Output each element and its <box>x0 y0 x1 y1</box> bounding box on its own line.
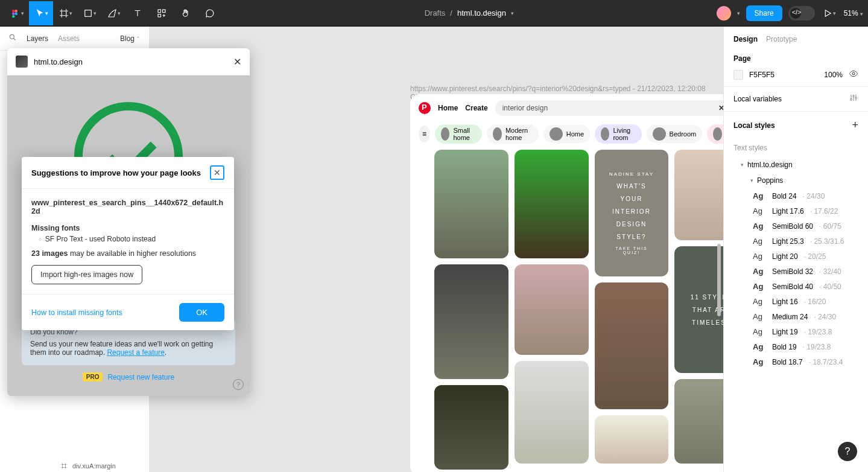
text-style-row[interactable]: AgBold 18.7 · 18.7/23.4 <box>724 354 868 369</box>
ag-preview: Ag <box>753 237 766 246</box>
style-name: SemiBold 60 <box>772 222 813 231</box>
dev-mode-toggle[interactable]: </> <box>788 6 815 21</box>
text-style-row[interactable]: AgBold 24 · 24/30 <box>724 188 868 203</box>
tab-layers[interactable]: Layers <box>27 34 48 43</box>
text-style-row[interactable]: AgLight 17.6 · 17.6/22 <box>724 203 868 218</box>
text-tool[interactable] <box>125 1 150 25</box>
style-name: SemiBold 32 <box>772 267 813 276</box>
move-tool[interactable]: ▾ <box>29 1 53 25</box>
help-icon[interactable]: ? <box>233 379 244 390</box>
text-style-row[interactable]: AgMedium 24 · 24/30 <box>724 309 868 324</box>
color-swatch[interactable] <box>733 70 743 80</box>
tab-blog[interactable]: Blog ⌃ <box>120 34 141 43</box>
visibility-icon[interactable] <box>849 69 858 80</box>
style-name: Bold 24 <box>772 192 797 200</box>
ok-button[interactable]: OK <box>179 303 224 322</box>
chevron-down-icon: ▾ <box>511 10 514 16</box>
add-style-button[interactable]: + <box>852 119 858 132</box>
search-icon[interactable] <box>8 33 17 43</box>
plugin-title: html.to.design <box>34 57 227 66</box>
pin-card <box>595 282 669 409</box>
style-dim: · 24/30 <box>814 313 836 321</box>
request-new-feature-link[interactable]: Request new feature <box>107 373 174 381</box>
text-style-row[interactable]: AgLight 16 · 16/20 <box>724 294 868 309</box>
figma-menu[interactable]: ▾ <box>5 1 29 25</box>
style-name: Bold 18.7 <box>772 358 803 366</box>
pin-card <box>434 385 508 470</box>
style-dim: · 40/50 <box>819 282 841 291</box>
filter-icon: ≡ <box>419 126 430 142</box>
help-fab[interactable]: ? <box>838 442 857 461</box>
breadcrumb[interactable]: Drafts / html.to.design ▾ <box>222 8 717 18</box>
tab-design[interactable]: Design <box>733 35 758 43</box>
plugin-icon <box>16 56 28 68</box>
request-feature-link[interactable]: Request a feature <box>107 348 164 357</box>
present-button[interactable]: ▾ <box>821 1 838 25</box>
svg-point-3 <box>14 12 17 15</box>
pin-card <box>674 379 723 464</box>
breadcrumb-parent: Drafts <box>425 8 446 18</box>
text-style-row[interactable]: AgSemiBold 60 · 60/75 <box>724 218 868 234</box>
frame-tool[interactable]: ▾ <box>53 1 77 25</box>
zoom-level[interactable]: 51% ▾ <box>844 9 863 18</box>
resources-tool[interactable] <box>150 1 174 25</box>
page-color-hex[interactable]: F5F5F5 <box>749 71 818 79</box>
code-icon: </> <box>792 8 802 16</box>
tab-assets[interactable]: Assets <box>58 34 80 43</box>
comment-tool[interactable] <box>198 1 222 25</box>
ag-preview: Ag <box>753 191 766 200</box>
ag-preview: Ag <box>753 327 766 336</box>
tab-prototype[interactable]: Prototype <box>766 35 797 43</box>
scrollbar[interactable] <box>717 244 721 316</box>
chip: Bedroom <box>647 125 703 143</box>
style-dim: · 20/25 <box>804 252 826 261</box>
shape-tool[interactable]: ▾ <box>77 1 101 25</box>
clear-icon: ✕ <box>718 104 723 112</box>
text-style-row[interactable]: AgSemiBold 40 · 40/50 <box>724 279 868 294</box>
ag-preview: Ag <box>753 222 766 231</box>
filename-label: www_pinterest_es_search_pins__1440x672_d… <box>31 199 224 215</box>
local-variables-section[interactable]: Local variables <box>724 87 868 112</box>
page-color-opacity[interactable]: 100% <box>824 71 843 79</box>
import-images-button[interactable]: Import high-res images now <box>31 265 142 284</box>
page-label: Page <box>733 54 858 63</box>
text-style-row[interactable]: AgLight 19 · 19/23.8 <box>724 324 868 339</box>
text-style-row[interactable]: AgLight 20 · 20/25 <box>724 249 868 264</box>
hand-tool[interactable] <box>174 1 198 25</box>
pin-card <box>515 264 589 355</box>
text-style-row[interactable]: AgLight 25.3 · 25.3/31.6 <box>724 234 868 249</box>
svg-point-13 <box>853 95 855 97</box>
missing-font-item: SF Pro Text - used Roboto instead <box>39 235 224 243</box>
pinterest-frame[interactable]: Home Create interior design✕ All Pins ▾ … <box>410 94 723 472</box>
layer-item[interactable]: div.xuA:margin <box>60 462 116 470</box>
chip: Home <box>543 125 590 143</box>
tree-font[interactable]: ▾Poppins <box>724 173 868 188</box>
right-panel: Design Prototype Page F5F5F5 100% Local … <box>723 27 868 472</box>
close-button[interactable]: ✕ <box>210 165 224 180</box>
text-style-row[interactable]: AgBold 19 · 19/23.8 <box>724 339 868 354</box>
settings-icon[interactable] <box>849 93 858 105</box>
pro-row: PRO Request new feature <box>22 372 235 381</box>
pen-tool[interactable]: ▾ <box>101 1 125 25</box>
tree-root[interactable]: ▾html.to.design <box>724 157 868 173</box>
pin-card <box>434 264 508 379</box>
pin-card-text: 11 STYLESTHAT ARETIMELESS <box>674 246 723 373</box>
close-icon[interactable]: ✕ <box>233 56 241 68</box>
text-style-row[interactable]: AgSemiBold 32 · 32/40 <box>724 264 868 279</box>
frame-icon <box>60 462 68 470</box>
ag-preview: Ag <box>753 252 766 261</box>
share-button[interactable]: Share <box>746 5 782 21</box>
ag-preview: Ag <box>753 342 766 351</box>
chip: decor ideas living room modern <box>707 124 723 144</box>
left-panel-tabs: Layers Assets Blog ⌃ <box>0 27 149 51</box>
pinterest-chips: ≡ Small home Modern home Home Living roo… <box>410 122 723 150</box>
chip: Living room <box>595 124 642 144</box>
style-dim: · 25.3/31.6 <box>810 237 844 246</box>
ag-preview: Ag <box>753 297 766 306</box>
pinterest-header: Home Create interior design✕ All Pins ▾ … <box>410 94 723 122</box>
style-name: Bold 19 <box>772 343 797 351</box>
howto-link[interactable]: How to install missing fonts <box>31 308 122 317</box>
style-name: Medium 24 <box>772 313 808 321</box>
svg-rect-6 <box>158 10 161 13</box>
user-avatar[interactable] <box>717 6 731 21</box>
